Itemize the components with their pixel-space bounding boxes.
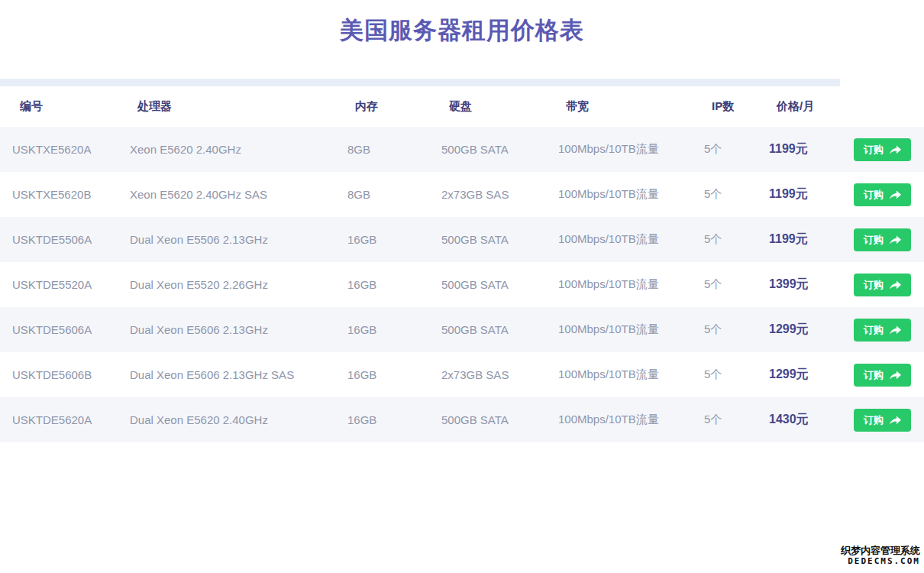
cell-server-id: USKTXE5620A [0, 127, 118, 172]
cell-server-id: USKTDE5520A [0, 262, 118, 307]
cell-ip-count: 5个 [692, 172, 757, 217]
price-table: 编号 处理器 内存 硬盘 带宽 IP数 价格/月 USKTXE5620A Xeo… [0, 86, 924, 442]
table-row: USKTDE5606B Dual Xeon E5606 2.13GHz SAS … [0, 352, 924, 397]
order-button[interactable]: 订购 [854, 228, 911, 251]
column-header-cpu: 处理器 [118, 86, 335, 127]
cell-ram: 16GB [335, 262, 429, 307]
table-row: USKTXE5620B Xeon E5620 2.40GHz SAS 8GB 2… [0, 172, 924, 217]
cell-price: 1199元 [757, 172, 842, 217]
cell-action: 订购 [842, 307, 924, 352]
cell-server-id: USKTDE5620A [0, 397, 118, 442]
cell-action: 订购 [842, 127, 924, 172]
order-button[interactable]: 订购 [854, 364, 911, 387]
watermark-en-text: DEDECMS.COM [841, 557, 920, 567]
table-top-band [0, 79, 840, 86]
table-row: USKTDE5606A Dual Xeon E5606 2.13GHz 16GB… [0, 307, 924, 352]
column-header-id: 编号 [0, 86, 118, 127]
cell-cpu: Xeon E5620 2.40GHz SAS [118, 172, 335, 217]
cell-price: 1399元 [757, 262, 842, 307]
page-title: 美国服务器租用价格表 [0, 0, 924, 47]
table-header: 编号 处理器 内存 硬盘 带宽 IP数 价格/月 [0, 86, 924, 127]
cell-cpu: Dual Xeon E5520 2.26GHz [118, 262, 335, 307]
cell-cpu: Dual Xeon E5620 2.40GHz [118, 397, 335, 442]
column-header-disk: 硬盘 [429, 86, 546, 127]
order-button-label: 订购 [864, 143, 884, 157]
cell-disk: 500GB SATA [429, 127, 546, 172]
cell-ram: 16GB [335, 352, 429, 397]
forward-arrow-icon [890, 145, 901, 154]
cell-price: 1199元 [757, 217, 842, 262]
cell-bandwidth: 100Mbps/10TB流量 [546, 217, 692, 262]
cell-price: 1299元 [757, 307, 842, 352]
cell-disk: 2x73GB SAS [429, 172, 546, 217]
cell-price: 1430元 [757, 397, 842, 442]
cell-price: 1199元 [757, 127, 842, 172]
cell-ip-count: 5个 [692, 262, 757, 307]
cell-ip-count: 5个 [692, 352, 757, 397]
order-button[interactable]: 订购 [854, 138, 911, 161]
table-row: USKTDE5620A Dual Xeon E5620 2.40GHz 16GB… [0, 397, 924, 442]
forward-arrow-icon [890, 235, 901, 244]
table-row: USKTXE5620A Xeon E5620 2.40GHz 8GB 500GB… [0, 127, 924, 172]
order-button-label: 订购 [864, 233, 884, 247]
cell-bandwidth: 100Mbps/10TB流量 [546, 172, 692, 217]
cell-bandwidth: 100Mbps/10TB流量 [546, 307, 692, 352]
forward-arrow-icon [890, 325, 901, 335]
cell-bandwidth: 100Mbps/10TB流量 [546, 352, 692, 397]
page: 美国服务器租用价格表 编号 处理器 内存 硬盘 带宽 IP数 价格/月 USKT… [0, 0, 924, 573]
order-button[interactable]: 订购 [854, 274, 911, 296]
cell-ip-count: 5个 [692, 127, 757, 172]
cell-cpu: Dual Xeon E5606 2.13GHz [118, 307, 335, 352]
cell-disk: 500GB SATA [429, 262, 546, 307]
cell-server-id: USKTDE5506A [0, 217, 118, 262]
table-row: USKTDE5506A Dual Xeon E5506 2.13GHz 16GB… [0, 217, 924, 262]
cell-cpu: Xeon E5620 2.40GHz [118, 127, 335, 172]
column-header-price: 价格/月 [757, 86, 842, 127]
order-button-label: 订购 [864, 278, 884, 292]
cell-action: 订购 [842, 262, 924, 307]
cell-action: 订购 [842, 397, 924, 442]
order-button-label: 订购 [864, 188, 884, 202]
cell-bandwidth: 100Mbps/10TB流量 [546, 127, 692, 172]
cell-server-id: USKTDE5606B [0, 352, 118, 397]
cell-server-id: USKTXE5620B [0, 172, 118, 217]
cell-ram: 16GB [335, 217, 429, 262]
watermark: 织梦内容管理系统 DEDECMS.COM [841, 545, 920, 567]
cell-disk: 500GB SATA [429, 217, 546, 262]
cell-ram: 16GB [335, 307, 429, 352]
cell-action: 订购 [842, 352, 924, 397]
column-header-bandwidth: 带宽 [546, 86, 692, 127]
cell-price: 1299元 [757, 352, 842, 397]
page-header: 美国服务器租用价格表 [0, 0, 924, 79]
cell-ip-count: 5个 [692, 397, 757, 442]
column-header-action [842, 86, 924, 127]
cell-ip-count: 5个 [692, 307, 757, 352]
cell-disk: 500GB SATA [429, 307, 546, 352]
cell-ram: 8GB [335, 172, 429, 217]
watermark-cn-text: 织梦内容管理系统 [841, 545, 920, 557]
order-button[interactable]: 订购 [854, 319, 911, 342]
table-header-row: 编号 处理器 内存 硬盘 带宽 IP数 价格/月 [0, 86, 924, 127]
order-button[interactable]: 订购 [854, 409, 911, 432]
column-header-ram: 内存 [335, 86, 429, 127]
cell-action: 订购 [842, 172, 924, 217]
cell-disk: 2x73GB SAS [429, 352, 546, 397]
forward-arrow-icon [890, 371, 901, 380]
cell-cpu: Dual Xeon E5506 2.13GHz [118, 217, 335, 262]
cell-bandwidth: 100Mbps/10TB流量 [546, 262, 692, 307]
cell-cpu: Dual Xeon E5606 2.13GHz SAS [118, 352, 335, 397]
column-header-ips: IP数 [692, 86, 757, 127]
cell-bandwidth: 100Mbps/10TB流量 [546, 397, 692, 442]
cell-action: 订购 [842, 217, 924, 262]
cell-disk: 500GB SATA [429, 397, 546, 442]
cell-ram: 8GB [335, 127, 429, 172]
order-button-label: 订购 [864, 413, 884, 427]
table-body: USKTXE5620A Xeon E5620 2.40GHz 8GB 500GB… [0, 127, 924, 442]
order-button-label: 订购 [864, 323, 884, 337]
forward-arrow-icon [890, 416, 901, 425]
cell-server-id: USKTDE5606A [0, 307, 118, 352]
cell-ram: 16GB [335, 397, 429, 442]
order-button[interactable]: 订购 [854, 183, 911, 206]
table-row: USKTDE5520A Dual Xeon E5520 2.26GHz 16GB… [0, 262, 924, 307]
forward-arrow-icon [890, 190, 901, 199]
